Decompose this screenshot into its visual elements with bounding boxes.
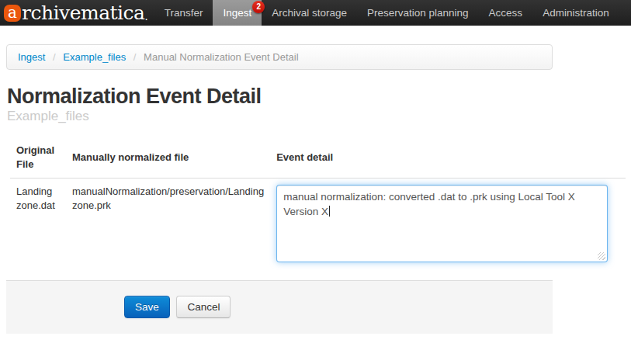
- breadcrumb-link-example-files[interactable]: Example_files: [63, 51, 126, 63]
- normalized-file-cell: manualNormalization/preservation/Landing…: [66, 179, 270, 269]
- normalization-event-table: Original File Manually normalized file E…: [10, 137, 626, 269]
- breadcrumb-divider: /: [48, 51, 61, 63]
- nav-item-label: Archival storage: [272, 7, 347, 19]
- breadcrumb: Ingest / Example_files / Manual Normaliz…: [6, 44, 553, 70]
- nav-item-ingest[interactable]: Ingest 2: [213, 0, 262, 26]
- archivematica-logo-dot: .: [145, 11, 148, 23]
- nav-item-label: Transfer: [165, 7, 203, 19]
- column-header-original-file: Original File: [10, 137, 66, 179]
- nav-item-archival-storage[interactable]: Archival storage: [262, 0, 357, 26]
- nav-item-label: Preservation planning: [367, 7, 469, 19]
- archivematica-a-icon: a: [4, 5, 21, 22]
- nav-item-transfer[interactable]: Transfer: [154, 0, 213, 26]
- nav-item-label: Access: [489, 7, 523, 19]
- table-header: Original File Manually normalized file E…: [10, 137, 626, 179]
- archivematica-logo[interactable]: archivematica.: [4, 0, 148, 26]
- event-detail-textarea[interactable]: manual normalization: converted .dat to …: [276, 185, 608, 262]
- nav-item-preservation-planning[interactable]: Preservation planning: [357, 0, 479, 26]
- original-file-cell: Landing zone.dat: [10, 179, 66, 269]
- table-body: Landing zone.dat manualNormalization/pre…: [10, 179, 626, 269]
- page-subtitle: Example_files: [7, 109, 631, 124]
- nav-item-label: Administration: [543, 7, 609, 19]
- event-detail-cell: manual normalization: converted .dat to …: [270, 179, 626, 269]
- nav-item-access[interactable]: Access: [479, 0, 533, 26]
- text-cursor: [329, 206, 330, 217]
- archivematica-logo-text: rchivematica: [22, 3, 145, 23]
- save-button[interactable]: Save: [124, 296, 170, 318]
- form-actions-bar: Save Cancel: [6, 280, 553, 334]
- cancel-button[interactable]: Cancel: [176, 296, 231, 318]
- table-header-row: Original File Manually normalized file E…: [10, 137, 626, 179]
- main-nav: Transfer Ingest 2 Archival storage Prese…: [154, 0, 619, 26]
- top-navbar: archivematica. Transfer Ingest 2 Archiva…: [0, 0, 631, 26]
- breadcrumb-divider: /: [129, 51, 141, 63]
- nav-item-label: Ingest: [223, 7, 251, 19]
- nav-item-administration[interactable]: Administration: [532, 0, 619, 26]
- event-detail-text: manual normalization: converted .dat to …: [283, 191, 575, 217]
- column-header-normalized-file: Manually normalized file: [66, 137, 270, 179]
- column-header-event-detail: Event detail: [270, 137, 626, 179]
- breadcrumb-current-page: Manual Normalization Event Detail: [144, 51, 298, 63]
- table-row: Landing zone.dat manualNormalization/pre…: [10, 179, 626, 269]
- page-title: Normalization Event Detail: [7, 85, 631, 108]
- breadcrumb-link-ingest[interactable]: Ingest: [18, 51, 45, 63]
- resize-handle-icon[interactable]: [598, 252, 605, 260]
